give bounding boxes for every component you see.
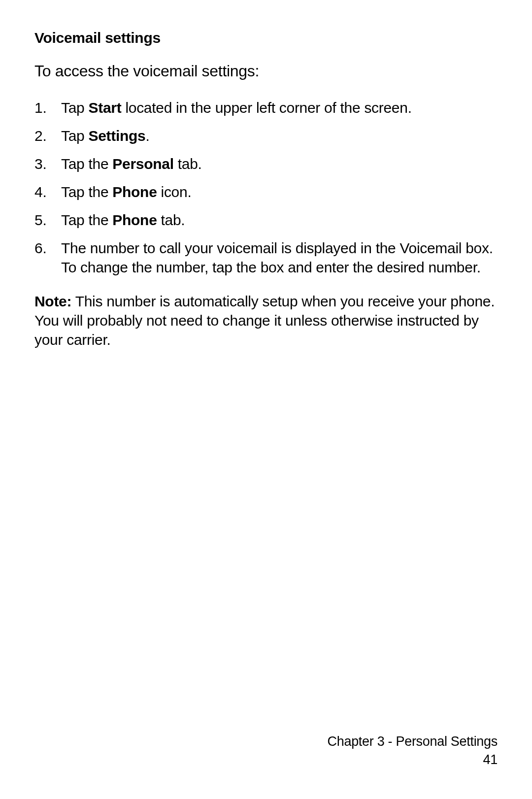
- step-text: Tap the: [61, 184, 112, 200]
- page-footer: Chapter 3 - Personal Settings 41: [328, 732, 498, 768]
- step-text: tab.: [157, 212, 185, 228]
- steps-list: Tap Start located in the upper left corn…: [34, 98, 498, 277]
- step-item: The number to call your voicemail is dis…: [34, 238, 498, 277]
- note-label: Note:: [34, 293, 71, 309]
- step-text: tab.: [174, 156, 202, 172]
- intro-text: To access the voicemail settings:: [34, 62, 498, 80]
- step-item: Tap Start located in the upper left corn…: [34, 98, 498, 117]
- step-bold: Settings: [89, 128, 146, 144]
- step-text: located in the upper left corner of the …: [121, 100, 411, 116]
- step-bold: Phone: [112, 212, 157, 228]
- step-item: Tap Settings.: [34, 126, 498, 145]
- step-text: The number to call your voicemail is dis…: [61, 240, 493, 275]
- section-heading: Voicemail settings: [34, 30, 498, 46]
- footer-chapter: Chapter 3 - Personal Settings: [328, 732, 498, 750]
- note-block: Note: This number is automatically setup…: [34, 292, 498, 349]
- step-text: Tap the: [61, 156, 112, 172]
- step-text: Tap the: [61, 212, 112, 228]
- step-text: Tap: [61, 128, 89, 144]
- step-bold: Phone: [112, 184, 157, 200]
- step-bold: Start: [89, 100, 122, 116]
- step-text: Tap: [61, 100, 89, 116]
- note-text: This number is automatically setup when …: [34, 293, 495, 348]
- footer-page-number: 41: [328, 751, 498, 768]
- step-item: Tap the Phone icon.: [34, 182, 498, 201]
- step-text: icon.: [157, 184, 192, 200]
- step-item: Tap the Phone tab.: [34, 210, 498, 230]
- step-bold: Personal: [112, 156, 173, 172]
- step-text: .: [145, 128, 149, 144]
- step-item: Tap the Personal tab.: [34, 154, 498, 173]
